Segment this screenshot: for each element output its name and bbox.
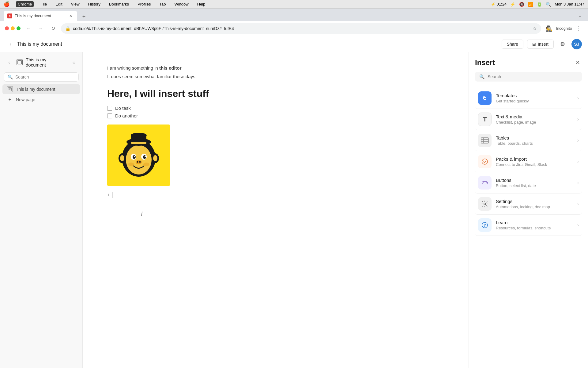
reload-button[interactable]: ↻ <box>49 24 57 33</box>
templates-icon <box>478 91 492 105</box>
insert-item-templates[interactable]: Templates Get started quickly › <box>475 88 582 109</box>
editor-intro-line2: It does seem somewhat familiar these day… <box>107 73 444 80</box>
search-icon[interactable]: 🔍 <box>546 2 551 7</box>
buttons-chevron: › <box>577 180 579 186</box>
window-menu[interactable]: Window <box>172 1 190 7</box>
sidebar-search-box[interactable]: 🔍 <box>4 72 79 82</box>
learn-name: Learn <box>496 220 573 225</box>
file-menu[interactable]: File <box>39 1 49 7</box>
learn-icon: ? <box>478 218 492 232</box>
settings-button[interactable]: ⚙ <box>557 39 568 49</box>
add-block-button[interactable]: + <box>107 192 110 198</box>
insert-button[interactable]: ⊞ Insert <box>527 40 554 49</box>
svg-point-15 <box>143 155 146 159</box>
tables-desc: Table, boards, charts <box>496 141 573 146</box>
sidebar-search-input[interactable] <box>15 75 75 79</box>
checkbox-item-0[interactable]: Do task <box>107 105 444 111</box>
checkbox-item-1[interactable]: Do another <box>107 113 444 118</box>
settings-desc: Automations, locking, doc map <box>496 205 573 209</box>
profiles-menu[interactable]: Profiles <box>136 1 153 7</box>
insert-item-packs[interactable]: Packs & import Connect to Jira, Gmail, S… <box>475 151 582 172</box>
main-editor[interactable]: I am writing something in this editor It… <box>83 52 469 368</box>
new-tab-button[interactable]: + <box>80 12 88 21</box>
svg-point-22 <box>120 155 124 161</box>
text-media-text: Text & media Checklist, page, image <box>496 114 573 125</box>
templates-chevron: › <box>577 95 579 101</box>
bookmark-icon[interactable]: ☆ <box>533 25 537 31</box>
user-avatar[interactable]: SJ <box>571 39 582 49</box>
browser-tab[interactable]: C This is my document ✕ <box>4 11 77 21</box>
insert-search-input[interactable] <box>488 74 578 79</box>
apple-menu[interactable]: 🍎 <box>4 1 10 7</box>
history-menu[interactable]: History <box>86 1 102 7</box>
svg-point-17 <box>145 156 146 157</box>
tab-menu[interactable]: Tab <box>157 1 168 7</box>
insert-panel-close-button[interactable]: ✕ <box>573 58 582 67</box>
insert-panel-header: Insert ✕ <box>475 58 582 67</box>
tab-title: This is my document <box>15 13 66 18</box>
tab-close-button[interactable]: ✕ <box>68 13 74 19</box>
tab-search-button[interactable]: ⌄ <box>576 11 584 20</box>
topbar-left: ‹ This is my document <box>6 40 498 48</box>
sidebar-back-button[interactable]: ‹ <box>6 40 15 48</box>
maximize-window-button[interactable] <box>17 26 21 30</box>
insert-item-text-media[interactable]: T Text & media Checklist, page, image › <box>475 109 582 130</box>
checkbox-1[interactable] <box>107 113 112 118</box>
svg-point-19 <box>137 161 138 163</box>
menu-bar: 🍎 Chrome File Edit View History Bookmark… <box>0 0 588 9</box>
insert-search-box[interactable]: 🔍 <box>475 72 582 82</box>
checkbox-0[interactable] <box>107 106 112 111</box>
url-text: coda.io/d/This-is-my-document_dBhAUW8p6F… <box>73 26 530 31</box>
bookmarks-menu[interactable]: Bookmarks <box>107 1 131 7</box>
packs-desc: Connect to Jira, Gmail, Slack <box>496 162 573 167</box>
sidebar-search-icon: 🔍 <box>8 75 13 79</box>
back-button[interactable]: ← <box>24 24 33 33</box>
svg-point-24 <box>153 155 157 161</box>
insert-item-tables[interactable]: Tables Table, boards, charts › <box>475 130 582 151</box>
incognito-avatar[interactable]: 🕵 <box>545 24 553 33</box>
minimize-window-button[interactable] <box>11 26 15 30</box>
tables-text: Tables Table, boards, charts <box>496 135 573 146</box>
battery-icon: 🔋 <box>537 2 542 7</box>
content-wrapper: I am writing something in this editor It… <box>83 52 588 368</box>
forward-button[interactable]: → <box>36 24 45 33</box>
close-window-button[interactable] <box>5 26 9 30</box>
url-bar[interactable]: 🔒 coda.io/d/This-is-my-document_dBhAUW8p… <box>61 23 541 34</box>
learn-text: Learn Resources, formulas, shortcuts <box>496 220 573 230</box>
insert-panel-title: Insert <box>475 58 495 67</box>
insert-item-settings[interactable]: Settings Automations, locking, doc map › <box>475 194 582 215</box>
packs-icon <box>478 155 492 168</box>
wifi-icon: 📶 <box>528 2 533 7</box>
svg-point-33 <box>484 203 486 205</box>
sidebar-collapse-button[interactable]: « <box>70 59 77 66</box>
sidebar-doc-back[interactable]: ‹ <box>5 58 13 67</box>
buttons-name: Buttons <box>496 178 573 183</box>
editor-intro-line1: I am writing something in this editor <box>107 64 444 72</box>
menubar-right: ⚡ 01:24 ⚡ 🔇 📶 🔋 🔍 Mon 3 Jan 11:47 <box>491 2 584 7</box>
svg-point-18 <box>136 160 142 164</box>
editor-heading: Here, I will insert stuff <box>107 88 444 99</box>
edit-menu[interactable]: Edit <box>54 1 64 7</box>
tab-bar: C This is my document ✕ + ⌄ <box>0 9 588 21</box>
browser-menu-button[interactable]: ⋮ <box>575 24 583 33</box>
svg-rect-2 <box>18 60 21 64</box>
settings-text: Settings Automations, locking, doc map <box>496 199 573 209</box>
editor-intro-text: I am writing something in <box>107 65 159 71</box>
templates-text: Templates Get started quickly <box>496 93 573 103</box>
sidebar-item-icon <box>7 86 13 92</box>
sidebar-doc-title: This is my document <box>26 57 67 67</box>
insert-search-icon: 🔍 <box>479 74 484 79</box>
chrome-menu[interactable]: Chrome <box>16 1 34 7</box>
sidebar-item-this-document[interactable]: This is my document <box>2 84 80 94</box>
mailchimp-image <box>107 125 170 186</box>
new-page-button[interactable]: + New page <box>2 95 80 105</box>
app-area: ‹ This is my document Share ⊞ Insert ⚙ S… <box>0 36 588 368</box>
insert-item-buttons[interactable]: Buttons Button, select list, date › <box>475 172 582 194</box>
insert-item-learn[interactable]: ? Learn Resources, formulas, shortcuts › <box>475 215 582 236</box>
address-bar-actions: 🕵 Incognito ⋮ <box>545 24 583 33</box>
editor-cursor-line[interactable]: + <box>107 192 444 198</box>
svg-point-26 <box>143 163 149 166</box>
view-menu[interactable]: View <box>69 1 81 7</box>
help-menu[interactable]: Help <box>195 1 207 7</box>
share-button[interactable]: Share <box>502 40 523 49</box>
